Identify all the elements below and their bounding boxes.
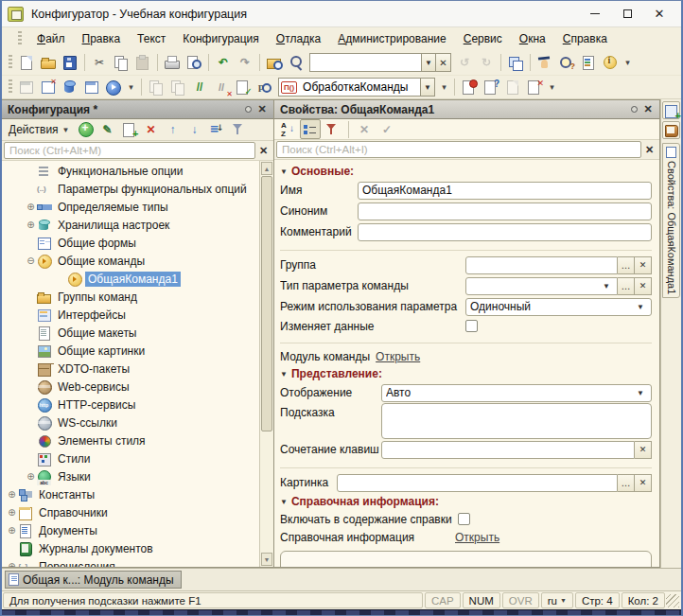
about-button[interactable] (600, 53, 621, 73)
tree-item-3[interactable]: ⊕Определяемые типы (2, 198, 259, 216)
menu-1[interactable]: Файл (29, 29, 73, 48)
procedure-combo-dropdown-icon[interactable]: ▼ (420, 78, 435, 97)
tree-item-9[interactable]: Интерфейсы (2, 306, 259, 324)
section-header[interactable]: ▼Справочная информация: (280, 493, 652, 510)
redo-button[interactable]: ↷ (235, 53, 255, 73)
remove-all-breakpoints-button[interactable] (524, 78, 545, 97)
tree-item-13[interactable]: Web-сервисы (2, 378, 259, 396)
filter-button[interactable] (228, 120, 249, 140)
toggle-breakpoint-button[interactable] (459, 78, 480, 97)
debug-options-button[interactable]: ▾ (125, 78, 137, 97)
clear-button[interactable]: ✕ (635, 474, 652, 492)
clear-button[interactable]: ✕ (635, 277, 652, 295)
menu-4[interactable]: Конфигурация (175, 29, 267, 48)
properties-side-tab[interactable]: Свойства: ОбщаяКоманда1 (662, 143, 680, 298)
toolbar-options-button[interactable]: ▾ (622, 53, 634, 73)
procedures-functions-button[interactable] (254, 78, 275, 97)
checkbox[interactable] (465, 320, 478, 332)
tree-item-10[interactable]: Общие макеты (2, 324, 259, 342)
delete-button[interactable]: ✕ (141, 120, 162, 140)
undo-button[interactable]: ↶ (213, 53, 234, 73)
configuration-window-button[interactable] (38, 78, 59, 97)
expand-icon[interactable]: ⊕ (25, 202, 37, 212)
tree-item-16[interactable]: Элементы стиля (2, 431, 259, 449)
sort-alphabetical-button[interactable]: ↓ (277, 119, 298, 139)
property-value-input[interactable] (362, 204, 647, 218)
actions-menu-button[interactable]: Действия ▼ (4, 121, 75, 138)
breakpoint-condition-button[interactable] (481, 78, 501, 97)
sort-button[interactable] (206, 120, 227, 140)
edit-button[interactable]: ✎ (97, 120, 118, 140)
section-header[interactable]: ▼Основные: (280, 163, 652, 180)
resize-grip[interactable] (666, 594, 679, 607)
search-combo-dropdown-icon[interactable]: ▼ (421, 53, 436, 72)
clear-button[interactable]: ✕ (635, 441, 652, 459)
tree-item-11[interactable]: Общие картинки (2, 342, 259, 360)
combo-options-button[interactable]: ▾ (438, 78, 450, 97)
menu-8[interactable]: Окна (512, 29, 553, 48)
tree-item-23[interactable]: ⊕Перечисления (2, 557, 259, 567)
menu-6[interactable]: Администрирование (330, 29, 453, 48)
toolbar1-grip[interactable] (9, 55, 12, 70)
ellipsis-button[interactable]: … (618, 256, 635, 274)
move-down-button[interactable]: ↓ (184, 120, 205, 140)
menu-9[interactable]: Справка (555, 29, 615, 48)
dropdown-icon[interactable]: ▼ (634, 389, 647, 397)
menu-7[interactable]: Сервис (456, 29, 510, 48)
expand-icon[interactable]: ⊕ (6, 489, 18, 500)
group-by-categories-button[interactable] (300, 119, 321, 139)
configuration-close-button[interactable]: ✕ (254, 103, 270, 116)
copy-button[interactable] (111, 53, 131, 73)
scrollbar-thumb[interactable] (261, 176, 272, 431)
save-document-button[interactable] (60, 53, 80, 73)
tree-item-1[interactable]: Функциональные опции (2, 162, 259, 180)
menu-3[interactable]: Текст (130, 29, 173, 48)
toolbar2-options-button[interactable]: ▾ (546, 78, 558, 97)
expand-icon[interactable]: ⊕ (6, 561, 18, 567)
tree-item-20[interactable]: ⊕Справочники (2, 503, 259, 521)
menubar-grip[interactable] (18, 31, 22, 46)
scroll-up-icon[interactable]: ▲ (261, 162, 272, 175)
property-value-input[interactable] (386, 386, 634, 399)
tree-item-14[interactable]: HTTP-сервисы (2, 396, 259, 414)
add-comment-button[interactable]: // (189, 78, 210, 97)
menu-5[interactable]: Отладка (269, 29, 328, 48)
dropdown-icon[interactable]: ▼ (634, 303, 647, 311)
add-by-copy-button[interactable] (119, 120, 140, 140)
move-up-button[interactable]: ↑ (163, 120, 184, 140)
remove-comment-button[interactable]: // (211, 78, 232, 97)
global-search-button[interactable] (264, 53, 285, 73)
clear-search-icon[interactable]: ✕ (255, 142, 271, 159)
syntax-assistant-button[interactable] (534, 53, 555, 73)
section-header[interactable]: ▼Представление: (280, 365, 652, 382)
open-document-button[interactable] (38, 53, 59, 73)
property-value-input[interactable] (362, 225, 647, 238)
tree-item-7[interactable]: ОбщаяКоманда1 (2, 270, 259, 288)
add-button[interactable] (76, 120, 96, 140)
tree-item-22[interactable]: Журналы документов (2, 539, 259, 557)
properties-close-button[interactable]: ✕ (640, 103, 656, 116)
find-button[interactable] (286, 53, 306, 73)
tree-item-17[interactable]: Стили (2, 449, 259, 467)
templates-button[interactable] (578, 53, 599, 73)
tree-item-15[interactable]: WS-ссылки (2, 414, 259, 431)
filter-properties-button[interactable] (323, 119, 343, 139)
check-module-button[interactable] (233, 78, 254, 97)
global-search-combo-input[interactable] (309, 53, 421, 72)
status-cell-ru[interactable]: ru▼ (541, 592, 573, 608)
tree-item-8[interactable]: Группы команд (2, 288, 259, 306)
property-value-input[interactable] (342, 476, 613, 489)
tree-item-2[interactable]: Параметры функциональных опций (2, 180, 259, 198)
syntax-help-search-button[interactable] (556, 53, 577, 73)
start-debugging-button[interactable] (103, 78, 124, 97)
update-db-configuration-button[interactable] (60, 78, 80, 97)
menu-2[interactable]: Правка (75, 29, 129, 48)
apply-changes-button[interactable]: ✓ (377, 119, 397, 139)
expand-icon[interactable]: ⊕ (25, 220, 37, 230)
checkbox[interactable] (458, 513, 470, 525)
property-value-input[interactable] (362, 184, 647, 197)
tooltip-textarea[interactable] (381, 403, 652, 439)
open-link[interactable]: Открыть (455, 531, 499, 544)
open-form-button[interactable] (81, 78, 102, 97)
expand-icon[interactable]: ⊕ (25, 471, 37, 482)
